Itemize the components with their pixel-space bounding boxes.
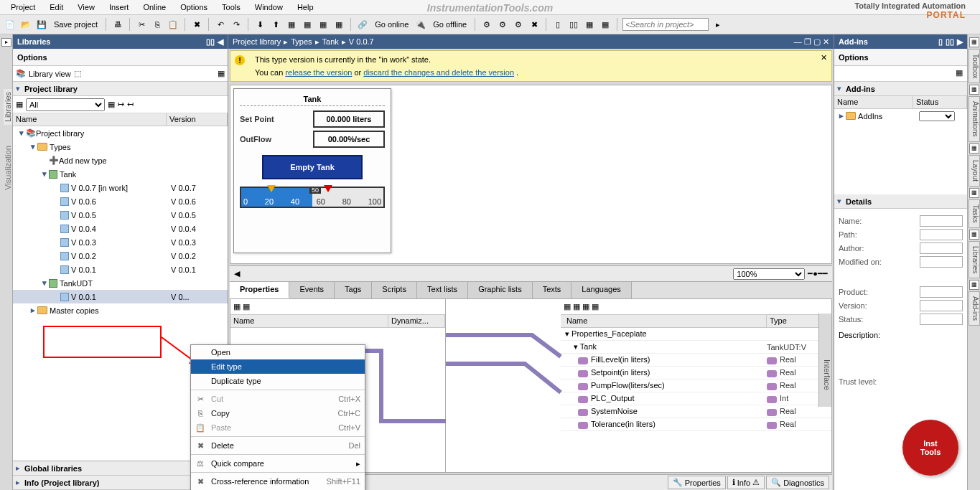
toolbar-icon[interactable]: ▦ xyxy=(108,100,115,109)
tank-faceplate[interactable]: Tank Set Point00.000 liters OutFlow00.00… xyxy=(233,88,391,253)
library-icon[interactable]: ⬚ xyxy=(74,69,81,78)
panel-icon[interactable]: ▯▯ xyxy=(206,37,215,47)
tab-libraries-right[interactable]: Libraries xyxy=(969,241,980,278)
split-icon[interactable]: ▯ xyxy=(551,18,564,31)
detail-input[interactable] xyxy=(920,215,963,227)
rail-icon[interactable]: ▦ xyxy=(969,85,979,95)
context-menu-item[interactable]: Edit type xyxy=(191,359,365,374)
library-view-button[interactable]: Library view xyxy=(29,70,71,78)
menu-view[interactable]: View xyxy=(70,1,102,13)
panel-icon[interactable]: ▯ xyxy=(938,37,943,47)
go-offline-button[interactable]: Go offline xyxy=(430,20,470,29)
context-menu-item[interactable]: ⚖Quick compare▸ xyxy=(191,456,365,471)
detail-input[interactable] xyxy=(920,256,963,268)
menu-window[interactable]: Window xyxy=(248,1,290,13)
tab-animations[interactable]: Animations xyxy=(969,96,980,141)
rail-icon[interactable]: ▦ xyxy=(969,280,979,290)
split-icon[interactable]: ▯▯ xyxy=(567,18,580,31)
detail-input[interactable] xyxy=(920,229,963,240)
toolbar-icon[interactable]: ▦ xyxy=(301,18,314,31)
fill-slider[interactable]: 50 020406080100 xyxy=(240,187,385,208)
maximize-icon[interactable]: ▢ xyxy=(813,37,821,46)
toolbar-icon[interactable]: ▦ xyxy=(573,302,580,311)
paste-icon[interactable]: 📋 xyxy=(167,18,179,31)
toolbar-icon[interactable]: ✖ xyxy=(528,18,541,31)
tab-scripts[interactable]: Scripts xyxy=(372,282,417,298)
toolbar-icon[interactable]: ▦ xyxy=(582,302,589,311)
go-online-button[interactable]: Go online xyxy=(372,20,411,29)
details-section[interactable]: ▾Details xyxy=(834,194,967,209)
tab-events[interactable]: Events xyxy=(289,282,335,298)
toolbar-icon[interactable]: ▦ xyxy=(332,18,345,31)
canvas[interactable]: Tank Set Point00.000 liters OutFlow00.00… xyxy=(230,85,832,264)
rail-icon[interactable]: ▦ xyxy=(969,188,979,198)
toolbar-icon[interactable]: ▦ xyxy=(599,18,612,31)
delete-icon[interactable]: ✖ xyxy=(190,18,203,31)
toolbar-icon[interactable]: ▦ xyxy=(285,18,298,31)
tab-textlists[interactable]: Text lists xyxy=(417,282,468,298)
menu-tools[interactable]: Tools xyxy=(215,1,248,13)
rail-icon[interactable]: ▦ xyxy=(969,37,979,47)
bottom-tab-diagnostics[interactable]: 🔍Diagnostics xyxy=(766,476,829,489)
context-menu-item[interactable]: Open xyxy=(191,345,365,359)
props-row[interactable]: Setpoint(in liters)Real xyxy=(561,367,831,380)
save-project-button[interactable]: Save project xyxy=(51,20,101,29)
go-offline-icon[interactable]: 🔌 xyxy=(414,18,427,31)
bottom-tab-info[interactable]: ℹInfo⚠ xyxy=(727,476,765,489)
addins-status-select[interactable] xyxy=(919,111,955,121)
expand-handle-icon[interactable]: ▸ xyxy=(1,38,11,47)
panel-collapse-icon[interactable]: ◀ xyxy=(218,37,223,47)
close-notice-icon[interactable]: ✕ xyxy=(821,53,827,62)
tree-types[interactable]: ▾ Types xyxy=(13,140,228,154)
toolbar-icon[interactable]: ▦ xyxy=(317,18,330,31)
scroll-left-icon[interactable]: ◀ xyxy=(234,269,240,278)
menu-project[interactable]: Project xyxy=(4,1,42,13)
release-link[interactable]: release the version xyxy=(285,68,352,77)
tab-toolbox[interactable]: Toolbox xyxy=(969,49,980,83)
tab-texts[interactable]: Texts xyxy=(533,282,572,298)
go-online-icon[interactable]: 🔗 xyxy=(356,18,369,31)
bottom-tab-properties[interactable]: 🔧Properties xyxy=(668,476,726,489)
context-menu-item[interactable]: ✖DeleteDel xyxy=(191,438,365,453)
minimize-icon[interactable]: — xyxy=(794,37,802,46)
addins-section[interactable]: ▾Add-ins xyxy=(834,82,967,96)
crumb-item[interactable]: V 0.0.7 xyxy=(349,37,374,46)
panel-icon[interactable]: ▯▯ xyxy=(946,37,954,47)
toolbar-icon[interactable]: ⚙ xyxy=(512,18,525,31)
tab-libraries-vertical[interactable]: Libraries xyxy=(4,89,12,125)
menu-online[interactable]: Online xyxy=(136,1,173,13)
filter-icon[interactable]: ▦ xyxy=(16,100,23,109)
toolbar-icon[interactable]: ⚙ xyxy=(496,18,509,31)
toolbar-icon[interactable]: ▦ xyxy=(243,302,250,311)
props-row-tank[interactable]: ▾ TankTankUDT:V xyxy=(561,341,831,354)
library-view-icon[interactable]: 📚 xyxy=(16,69,26,78)
tree-version[interactable]: V 0.0.3V 0.0.3 xyxy=(13,235,228,249)
tab-tags[interactable]: Tags xyxy=(335,282,372,298)
tree-version[interactable]: V 0.0.2V 0.0.2 xyxy=(13,249,228,263)
search-input[interactable] xyxy=(622,18,709,31)
interface-tab[interactable]: Interface xyxy=(818,314,831,407)
crumb-item[interactable]: Tank xyxy=(322,37,339,46)
toolbar-icon[interactable]: ▦ xyxy=(583,18,596,31)
zoom-slider[interactable]: ━●━━ xyxy=(808,269,828,278)
tree-master-copies[interactable]: ▸ Master copies xyxy=(13,303,228,317)
search-go-icon[interactable]: ▸ xyxy=(711,18,724,31)
compile-icon[interactable]: ⬇ xyxy=(253,18,266,31)
open-project-icon[interactable]: 📂 xyxy=(19,18,32,31)
tab-visualization-vertical[interactable]: Visualization xyxy=(4,143,12,193)
zoom-select[interactable]: 100% xyxy=(733,268,805,280)
toolbar-icon[interactable]: ▦ xyxy=(233,302,241,311)
canvas-grid[interactable] xyxy=(394,85,831,263)
tree-version[interactable]: V 0.0.7 [in work]V 0.0.7 xyxy=(13,181,228,194)
library-icon[interactable]: ▦ xyxy=(218,69,225,78)
export-icon[interactable]: ↦ xyxy=(118,100,124,109)
redo-icon[interactable]: ↷ xyxy=(230,18,243,31)
tab-layout[interactable]: Layout xyxy=(969,155,980,187)
project-library-section[interactable]: ▾Project library xyxy=(13,82,228,96)
discard-link[interactable]: discard the changes and delete the versi… xyxy=(363,68,514,77)
crumb-item[interactable]: Types xyxy=(291,37,312,46)
tree-version[interactable]: V 0.0.1V 0.0.1 xyxy=(13,263,228,276)
tree-add-new[interactable]: ➕Add new type xyxy=(13,154,228,167)
tree-version[interactable]: V 0.0.6V 0.0.6 xyxy=(13,194,228,208)
tab-graphiclists[interactable]: Graphic lists xyxy=(468,282,533,298)
